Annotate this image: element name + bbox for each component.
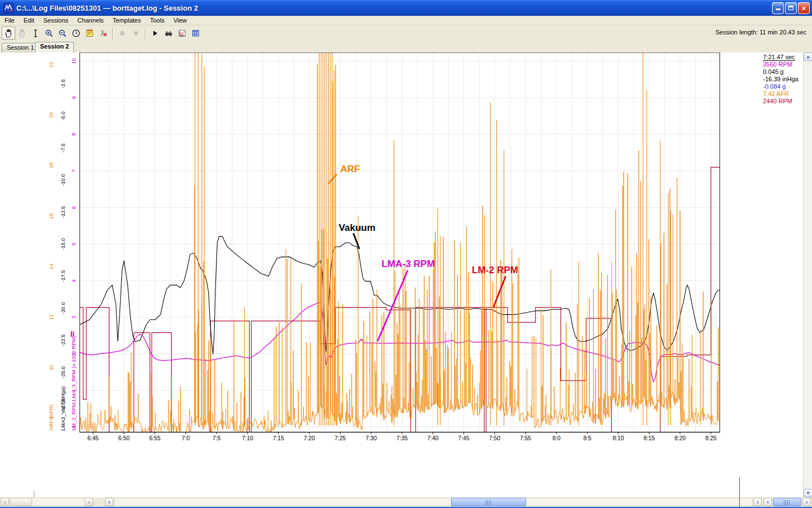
title-bar: C:\...\Log Files\08251301 --- borttaget.…: [0, 0, 812, 16]
time-scroll-right-button[interactable]: ›: [753, 498, 762, 506]
y-tick-label: -10.0: [60, 174, 66, 186]
series-arf-noise: [80, 64, 720, 437]
menu-bar: FileEditSessionsChannelsTemplatesToolsVi…: [0, 16, 812, 25]
time-scrollbar-thumb[interactable]: [451, 498, 526, 506]
chevron-right-icon: ›: [806, 498, 808, 505]
zoom-out-button[interactable]: [56, 27, 69, 40]
record-button[interactable]: [116, 27, 129, 40]
minimize-button[interactable]: [772, 2, 784, 14]
menu-item-tools[interactable]: Tools: [145, 16, 169, 24]
zoom-out-icon: [58, 29, 67, 38]
chevron-right-icon: ›: [88, 498, 90, 505]
menu-item-edit[interactable]: Edit: [19, 16, 39, 24]
time-cursor-icon: [72, 29, 81, 38]
zoom-in-button[interactable]: [42, 27, 56, 40]
app-icon: [3, 3, 14, 13]
axis-title-vac: LMA3_Vac (inHga): [60, 386, 66, 431]
panel-scroll-left-button[interactable]: ‹: [764, 498, 772, 506]
cursor-value: 2440 RPM: [763, 98, 803, 105]
window-title: C:\...\Log Files\08251301 --- borttaget.…: [16, 4, 772, 12]
panel-scroll-right-button[interactable]: ›: [802, 498, 811, 506]
y-tick-label: 20: [48, 112, 54, 118]
x-tick-label: 8:25: [705, 435, 717, 441]
restore-icon: [788, 6, 793, 10]
x-tick-label: 8:20: [674, 435, 686, 441]
x-tick-label: 7:50: [489, 435, 500, 441]
delete-marker-icon: [99, 29, 108, 38]
y-tick-label: 8: [70, 133, 77, 135]
y-tick-label: 18: [48, 163, 54, 168]
tab-session-1[interactable]: Session 1: [2, 43, 39, 52]
series-arf-spikes: [195, 52, 700, 426]
time-cursor-button[interactable]: [69, 27, 83, 40]
y-tick-label: 3: [70, 316, 77, 319]
chevron-up-icon: ▲: [806, 54, 810, 59]
ibeam-tool-button[interactable]: [29, 27, 42, 40]
toolbar: Session length: 11 min 20.43 sec: [0, 25, 812, 41]
thumb-grip: [486, 500, 492, 505]
x-tick-label: 6:45: [87, 435, 99, 441]
menu-item-file[interactable]: File: [0, 16, 19, 24]
play-icon: [151, 29, 160, 38]
x-tick-label: 7:30: [365, 435, 377, 441]
x-tick-label: 6:55: [149, 435, 161, 441]
table-view-button[interactable]: [189, 27, 202, 40]
notes-icon: [85, 29, 94, 38]
y-tick-label: -2.5: [60, 79, 66, 88]
pan-tool-button[interactable]: [2, 27, 15, 40]
chevron-right-icon: ›: [757, 498, 759, 505]
x-tick-label: 7:15: [273, 435, 284, 441]
cursor-value: -0.084 g: [763, 83, 803, 90]
scroll-down-button[interactable]: ▼: [804, 489, 812, 497]
y-tick-label: 6: [70, 206, 77, 209]
axis-title-afr: ARF (AFR): [48, 405, 54, 431]
y-tick-label: -15.0: [60, 238, 66, 250]
x-tick-label: 7:0: [182, 435, 190, 441]
y-tick-label: -12.5: [60, 206, 66, 218]
x-tick-label: 7:45: [458, 435, 469, 441]
tab-strip: Session 1Session 2: [0, 41, 812, 52]
x-tick-label: 7:35: [396, 435, 408, 441]
annotation-vakuum: Vakuum: [339, 222, 376, 233]
vertical-scrollbar[interactable]: ▲ ▼: [803, 52, 812, 497]
stop-button[interactable]: [129, 27, 143, 40]
delete-marker-button[interactable]: [96, 27, 110, 40]
axis-scroll-right-button[interactable]: ›: [85, 498, 93, 506]
plot-frame: [80, 52, 720, 432]
chart-view-icon: [178, 29, 187, 38]
annotation-lm-2-rpm: LM-2 RPM: [472, 265, 518, 275]
notes-button[interactable]: [83, 27, 96, 40]
chart-view-button[interactable]: [175, 27, 189, 40]
x-tick-label: 8:15: [643, 435, 655, 441]
session-chart[interactable]: 6:456:506:557:07:57:107:157:207:257:307:…: [0, 52, 761, 497]
menu-item-channels[interactable]: Channels: [73, 16, 108, 24]
y-tick-label: 5: [70, 243, 77, 246]
time-scrollbar-track[interactable]: [114, 498, 753, 506]
find-button[interactable]: [162, 27, 175, 40]
close-button[interactable]: ×: [798, 2, 810, 14]
y-tick-label: 9: [70, 96, 77, 99]
pane-divider: [739, 478, 740, 507]
tab-session-2[interactable]: Session 2: [35, 42, 74, 52]
y-tick-label: -5.0: [60, 111, 66, 120]
menu-item-templates[interactable]: Templates: [108, 16, 145, 24]
axis-scrollbar-thumb[interactable]: [10, 498, 32, 506]
y-tick-label: 14: [48, 264, 54, 269]
y-tick-label: 4: [70, 279, 77, 282]
close-icon: ×: [802, 4, 806, 12]
x-tick-label: 8:5: [583, 435, 592, 441]
zoom-in-icon: [45, 29, 54, 38]
annotation-lma-3-rpm: LMA-3 RPM: [382, 259, 435, 269]
menu-item-sessions[interactable]: Sessions: [39, 16, 73, 24]
time-scroll-left-button[interactable]: ‹: [105, 498, 113, 506]
panel-scrollbar-thumb[interactable]: [773, 498, 801, 506]
select-hand-button[interactable]: [15, 27, 29, 40]
axis-scroll-left-button[interactable]: ‹: [1, 498, 9, 506]
thumb-grip: [784, 500, 791, 505]
y-axis-rpm: 109876543210LM_2_RPM,LMA_3_RPM (x 1000 R…: [70, 58, 77, 431]
play-button[interactable]: [148, 27, 162, 40]
scroll-up-button[interactable]: ▲: [804, 52, 812, 61]
menu-item-view[interactable]: View: [169, 16, 192, 24]
restore-button[interactable]: [785, 2, 797, 14]
x-tick-label: 7:10: [242, 435, 253, 441]
